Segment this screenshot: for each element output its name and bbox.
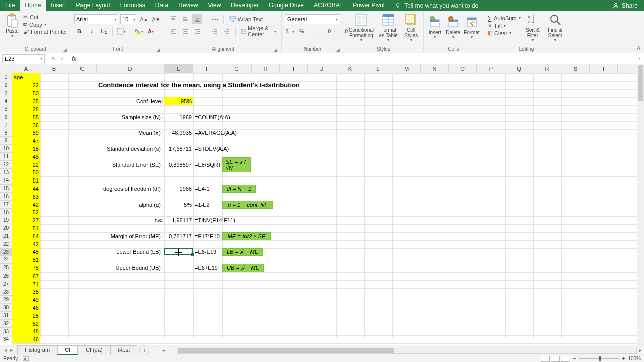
row-header-31[interactable]: 31 xyxy=(0,312,12,320)
row-header-14[interactable]: 14 xyxy=(0,176,12,185)
column-headers[interactable]: ABCDEFGHIJKLMNOPQRST xyxy=(12,64,637,73)
col-header-S[interactable]: S xyxy=(561,64,590,73)
row-header-23[interactable]: 23 xyxy=(0,248,12,256)
cell-A18[interactable]: 52 xyxy=(12,209,40,217)
accounting-format-icon[interactable]: $▾ xyxy=(285,26,295,36)
borders-button[interactable]: ▾ xyxy=(116,26,126,36)
row-header-16[interactable]: 16 xyxy=(0,193,12,201)
cell-E4[interactable]: 95% xyxy=(164,97,193,105)
cell-A17[interactable]: 42 xyxy=(12,201,40,209)
cell-E25[interactable] xyxy=(164,264,193,272)
font-size-select[interactable]: 10▾ xyxy=(120,14,137,24)
cell-A25[interactable]: 75 xyxy=(12,264,40,272)
row-header-34[interactable]: 34 xyxy=(0,335,12,343)
macro-record-icon[interactable] xyxy=(23,356,29,361)
col-header-O[interactable]: O xyxy=(449,64,477,73)
formula-input[interactable] xyxy=(76,54,636,63)
align-left-icon[interactable] xyxy=(168,26,178,36)
cell-A20[interactable]: 51 xyxy=(12,224,40,232)
cell-E6[interactable]: 1969 xyxy=(164,113,193,121)
align-center-icon[interactable] xyxy=(180,26,190,36)
col-header-B[interactable]: B xyxy=(40,64,68,73)
cell-D23[interactable]: Lower Bound (LB): xyxy=(97,248,164,256)
row-headers[interactable]: 1234567891011121314151617181920212223242… xyxy=(0,73,12,338)
format-painter-button[interactable]: 🖌Format Painter xyxy=(23,29,67,35)
format-cells-button[interactable]: Format▾ xyxy=(463,12,480,43)
cell-A27[interactable]: 71 xyxy=(12,280,40,288)
cell-E12[interactable]: 0,398597 xyxy=(164,161,193,169)
tab-formulas[interactable]: Formulas xyxy=(115,0,150,11)
col-header-K[interactable]: K xyxy=(336,64,364,73)
cell-A2[interactable]: 22 xyxy=(12,81,40,89)
cell-D4[interactable]: Conf. level xyxy=(97,97,164,105)
cell-A22[interactable]: 42 xyxy=(12,240,40,248)
underline-button[interactable]: U ▾ xyxy=(99,26,109,36)
add-sheet-button[interactable]: + xyxy=(139,345,149,355)
cell-E10[interactable]: 17,68711 xyxy=(164,145,193,153)
cell-A23[interactable]: 45 xyxy=(12,248,40,256)
zoom-level[interactable]: 100% xyxy=(628,356,641,361)
normal-view-icon[interactable] xyxy=(541,356,550,362)
cell-D12[interactable]: Standard Error (SE): xyxy=(97,161,164,169)
tab-review[interactable]: Review xyxy=(173,0,203,11)
col-header-A[interactable]: A xyxy=(12,64,40,73)
cell-A24[interactable]: 51 xyxy=(12,256,40,264)
tab-view[interactable]: View xyxy=(203,0,226,11)
col-header-N[interactable]: N xyxy=(421,64,449,73)
cell-D2[interactable]: Confidence interval for the mean, using … xyxy=(97,81,348,89)
cell-E19[interactable]: 1,96117 xyxy=(164,216,193,224)
row-header-13[interactable]: 13 xyxy=(0,169,12,177)
row-header-22[interactable]: 22 xyxy=(0,240,12,248)
cell-A16[interactable]: 63 xyxy=(12,193,40,201)
cell-E21[interactable]: 0,781717 xyxy=(164,232,193,240)
row-header-18[interactable]: 18 xyxy=(0,209,12,217)
cell-D17[interactable]: alpha (α): xyxy=(97,201,164,209)
row-header-7[interactable]: 7 xyxy=(0,121,12,129)
row-header-1[interactable]: 1 xyxy=(0,73,12,81)
number-dialog-launcher[interactable]: ◢ xyxy=(336,47,340,52)
tell-me-search[interactable]: Tell me what you want to do xyxy=(390,0,606,11)
row-header-21[interactable]: 21 xyxy=(0,232,12,240)
cell-F10[interactable]: =STDEV(A:A) xyxy=(193,145,254,153)
cell-A4[interactable]: 35 xyxy=(12,97,40,105)
scroll-right-icon[interactable]: ▸ xyxy=(637,348,644,353)
align-middle-icon[interactable] xyxy=(180,14,190,24)
cell-D8[interactable]: Mean (x̄): xyxy=(97,129,164,137)
cell-A21[interactable]: 84 xyxy=(12,232,40,240)
row-header-19[interactable]: 19 xyxy=(0,216,12,224)
copy-button[interactable]: ⧉Copy ▾ xyxy=(23,21,67,28)
fill-button[interactable]: ▼Fill ▾ xyxy=(487,23,521,29)
cell-A31[interactable]: 28 xyxy=(12,312,40,320)
cell-A26[interactable]: 67 xyxy=(12,272,40,280)
col-header-P[interactable]: P xyxy=(477,64,505,73)
cell-E17[interactable]: 5% xyxy=(164,201,193,209)
page-break-view-icon[interactable] xyxy=(561,356,570,362)
col-header-F[interactable]: F xyxy=(193,64,222,73)
tab-insert[interactable]: Insert xyxy=(46,0,71,11)
cut-button[interactable]: ✂Cut xyxy=(23,14,67,20)
bold-button[interactable]: B xyxy=(74,26,85,36)
cell-A9[interactable]: 47 xyxy=(12,137,40,145)
scroll-left-icon[interactable]: ◂ xyxy=(159,348,167,353)
cell-A5[interactable]: 28 xyxy=(12,105,40,113)
cell-E15[interactable]: 1968 xyxy=(164,185,193,193)
font-dialog-launcher[interactable]: ◢ xyxy=(157,47,160,52)
decrease-indent-icon[interactable] xyxy=(210,26,220,36)
collapse-ribbon-icon[interactable]: ᐱ xyxy=(637,45,641,52)
cell-A30[interactable]: 46 xyxy=(12,304,40,312)
expand-formula-bar-icon[interactable]: ▾ xyxy=(636,56,644,61)
row-header-30[interactable]: 30 xyxy=(0,304,12,312)
paste-icon[interactable] xyxy=(6,13,19,28)
tab-power-pivot[interactable]: Power Pivot xyxy=(348,0,390,11)
row-header-9[interactable]: 9 xyxy=(0,137,12,145)
cell-A29[interactable]: 49 xyxy=(12,296,40,304)
cell-A15[interactable]: 44 xyxy=(12,185,40,193)
cell-D15[interactable]: degrees of freedom (df): xyxy=(97,185,164,193)
tab-home[interactable]: Home xyxy=(20,0,46,11)
sheet-tab-t-test[interactable]: t-test xyxy=(110,345,137,355)
row-header-32[interactable]: 32 xyxy=(0,320,12,328)
enter-formula-icon[interactable]: ✓ xyxy=(60,55,65,62)
row-header-15[interactable]: 15 xyxy=(0,185,12,193)
number-format-select[interactable]: General▾ xyxy=(285,14,340,24)
tab-page-layout[interactable]: Page Layout xyxy=(71,0,115,11)
